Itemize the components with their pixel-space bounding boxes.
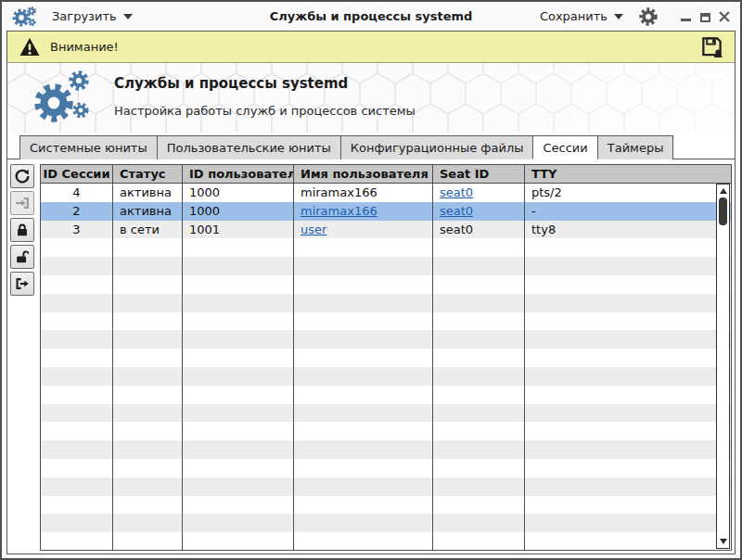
cell-tty: -	[525, 202, 731, 221]
table-row-empty	[41, 440, 731, 459]
cell-seat-id	[433, 532, 525, 550]
cell-tty	[525, 440, 731, 459]
username-link[interactable]: user	[301, 223, 326, 236]
window-controls	[679, 10, 731, 23]
cell-username: miramax166	[294, 184, 433, 202]
table-row[interactable]: 2активна1000miramax166seat0-	[41, 202, 731, 221]
cell-user-id	[183, 440, 294, 459]
column-header[interactable]: ID пользователя	[183, 165, 294, 183]
warning-banner: Внимание!	[7, 32, 735, 63]
cell-seat-id: seat0	[433, 202, 525, 221]
cell-seat-id	[433, 514, 525, 532]
cell-status	[113, 386, 183, 404]
cell-seat-id	[433, 404, 525, 423]
toolbar-lock-session-button[interactable]	[10, 218, 34, 242]
cell-user-id	[183, 330, 294, 349]
seat-link[interactable]: seat0	[440, 204, 473, 218]
table-row-empty	[41, 367, 731, 386]
cell-tty	[525, 404, 731, 423]
username-link[interactable]: miramax166	[301, 204, 377, 218]
column-header[interactable]: ID Сессии	[41, 165, 113, 183]
logout-arrow-icon	[14, 275, 31, 292]
cell-username	[294, 532, 433, 550]
cell-status	[113, 422, 183, 440]
table-row[interactable]: 4активна1000miramax166seat0pts/2	[41, 184, 731, 202]
cell-username	[294, 404, 433, 423]
table-row-empty	[41, 422, 731, 440]
cell-seat-id	[433, 238, 525, 257]
column-header[interactable]: Seat ID	[433, 165, 525, 183]
save-session-icon[interactable]	[700, 35, 723, 58]
cell-user-id	[183, 294, 294, 312]
close-button[interactable]	[718, 10, 731, 23]
sessions-content: ID СессииСтатусID пользователяИмя пользо…	[7, 159, 735, 554]
tab-timers[interactable]: Таймеры	[597, 135, 674, 159]
column-header[interactable]: TTY	[525, 165, 731, 183]
cell-username	[294, 477, 433, 496]
cell-user-id: 1000	[183, 184, 294, 202]
scroll-up-button[interactable]	[717, 185, 729, 197]
table-row-empty	[41, 514, 731, 532]
cell-username	[294, 330, 433, 349]
table-body: 4активна1000miramax166seat0pts/22активна…	[41, 184, 731, 550]
triangle-down-icon	[720, 539, 727, 544]
toolbar-unlock-session-button[interactable]	[10, 245, 34, 269]
maximize-button[interactable]	[698, 10, 711, 23]
main-panel: Внимание!	[6, 31, 736, 554]
cell-user-id	[183, 459, 294, 477]
load-menu-button[interactable]: Загрузить	[52, 9, 133, 23]
cell-user-id	[183, 422, 294, 440]
vertical-scrollbar[interactable]	[716, 184, 730, 549]
cell-session-id	[41, 330, 113, 349]
cell-user-id	[183, 275, 294, 294]
cell-seat-id	[433, 312, 525, 331]
cell-status	[113, 257, 183, 275]
cell-session-id	[41, 238, 113, 257]
cell-seat-id	[433, 367, 525, 386]
tab-sessions[interactable]: Сессии	[532, 135, 597, 159]
cell-user-id	[183, 349, 294, 367]
triangle-up-icon	[720, 188, 727, 194]
cell-status	[113, 496, 183, 515]
cell-username	[294, 312, 433, 331]
table-row[interactable]: 3в сети1001userseat0tty8	[41, 221, 731, 239]
cell-status: в сети	[113, 221, 183, 239]
cell-username	[294, 367, 433, 386]
toolbar-terminate-session-button[interactable]	[10, 272, 34, 296]
cell-status	[113, 275, 183, 294]
settings-gear-icon[interactable]	[638, 6, 659, 27]
cell-seat-id	[433, 275, 525, 294]
tab-system-units[interactable]: Системные юниты	[19, 135, 158, 159]
column-header[interactable]: Статус	[113, 165, 183, 183]
tab-user-units[interactable]: Пользовательские юниты	[157, 135, 341, 159]
cell-username: miramax166	[294, 202, 433, 221]
cell-seat-id	[433, 386, 525, 404]
cell-tty	[525, 459, 731, 477]
page-header: Службы и процессы systemd Настройка рабо…	[7, 63, 735, 133]
cell-session-id	[41, 275, 113, 294]
cell-tty	[525, 514, 731, 532]
cell-tty	[525, 294, 731, 312]
seat-link[interactable]: seat0	[440, 185, 473, 199]
cell-username	[294, 275, 433, 294]
table-row-empty	[41, 386, 731, 404]
tab-config-files[interactable]: Конфигурационные файлы	[340, 135, 534, 159]
column-header[interactable]: Имя пользователя	[294, 165, 433, 183]
chevron-down-icon	[123, 14, 133, 19]
scroll-down-button[interactable]	[717, 536, 729, 547]
cell-user-id	[183, 386, 294, 404]
toolbar-login-session-button[interactable]	[10, 191, 34, 215]
save-menu-button[interactable]: Сохранить	[540, 9, 623, 23]
minimize-button[interactable]	[679, 10, 692, 23]
cell-session-id: 2	[41, 202, 113, 221]
cell-session-id	[41, 294, 113, 312]
toolbar-refresh-button[interactable]	[10, 164, 34, 188]
cell-session-id	[41, 477, 113, 496]
gears-logo-icon	[30, 69, 96, 128]
cell-tty	[525, 275, 731, 294]
cell-tty	[525, 367, 731, 386]
cell-seat-id	[433, 257, 525, 275]
cell-tty	[525, 257, 731, 275]
cell-session-id	[41, 257, 113, 275]
scrollbar-thumb[interactable]	[719, 197, 727, 225]
